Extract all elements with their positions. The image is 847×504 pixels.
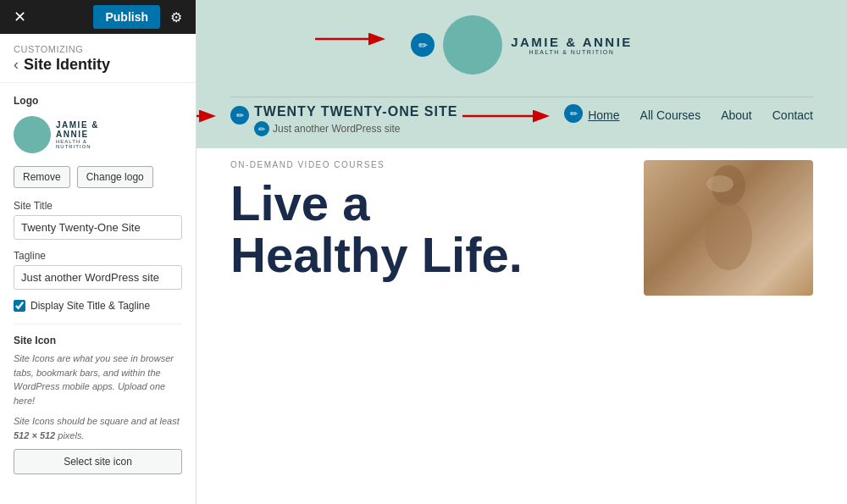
panel-title: Site Identity <box>24 56 110 74</box>
logo-section-label: Logo <box>14 95 182 107</box>
tagline-edit-pencil[interactable]: ✏ <box>254 121 269 136</box>
customizer-panel: ✕ Publish ⚙ Customizing ‹ Site Identity … <box>0 0 197 504</box>
customizer-topbar: ✕ Publish ⚙ <box>0 0 196 34</box>
logo-text-preview: JAMIE & ANNIE HEALTH & NUTRITION <box>56 120 115 149</box>
logo-buttons: Remove Change logo <box>14 166 182 188</box>
site-title-edit-pencil[interactable]: ✏ <box>230 106 249 125</box>
site-tagline-preview: ✏ Just another WordPress site <box>254 121 457 136</box>
tagline-field-group: Tagline <box>14 250 182 290</box>
site-title-nav-row: ✏ TWENTY TWENTY-ONE SITE ✏ Just another … <box>230 104 813 140</box>
red-arrow-title-svg <box>197 108 222 125</box>
logo-circle-preview <box>14 116 51 153</box>
logo-brand-sub: HEALTH & NUTRITION <box>56 139 115 149</box>
divider <box>14 324 182 324</box>
tagline-label: Tagline <box>14 250 182 262</box>
hero-image-placeholder <box>644 160 813 296</box>
panel-header: Customizing ‹ Site Identity <box>0 34 196 83</box>
nav-area: ✏ Home All Courses About Contact <box>564 104 813 123</box>
arrow-annotation-logo <box>315 30 391 47</box>
hero-image <box>644 160 813 296</box>
site-logo-area: ✏ JAMIE & ANNIE HEALTH & NUTRITION <box>411 15 633 75</box>
tagline-input[interactable] <box>14 265 182 290</box>
nav-edit-pencil[interactable]: ✏ <box>564 104 583 123</box>
site-logo-text: JAMIE & ANNIE HEALTH & NUTRITION <box>511 35 633 55</box>
content-banner: ON-DEMAND VIDEO COURSES Live a Healthy L… <box>197 148 847 504</box>
site-icon-section: Site Icon Site Icons are what you see in… <box>14 335 182 474</box>
hero-line1: Live a <box>230 178 627 230</box>
site-icon-desc1: Site Icons are what you see in browser t… <box>14 352 182 407</box>
header-divider <box>230 97 813 97</box>
site-logo-circle <box>443 15 502 75</box>
select-site-icon-button[interactable]: Select site icon <box>14 449 182 474</box>
close-button[interactable]: ✕ <box>8 6 31 28</box>
site-title-field-group: Site Title <box>14 200 182 240</box>
nav-contact[interactable]: Contact <box>772 108 813 122</box>
remove-logo-button[interactable]: Remove <box>14 166 70 188</box>
customizing-label: Customizing <box>14 44 182 54</box>
display-title-checkbox-row: Display Site Title & Tagline <box>14 300 182 312</box>
publish-button[interactable]: Publish <box>93 5 160 29</box>
site-navigation: Home All Courses About Contact <box>588 105 813 122</box>
on-demand-label: ON-DEMAND VIDEO COURSES <box>230 160 627 169</box>
site-title-input[interactable] <box>14 215 182 240</box>
hero-line2: Healthy Life. <box>230 230 627 281</box>
arrow-annotation-title <box>197 108 222 125</box>
svg-point-4 <box>705 202 752 270</box>
hero-headline: Live a Healthy Life. <box>230 178 627 281</box>
tagline-text: Just another WordPress site <box>273 123 401 135</box>
hero-image-svg <box>678 160 779 296</box>
display-title-checkbox-label: Display Site Title & Tagline <box>30 300 150 312</box>
panel-body: Logo JAMIE & ANNIE HEALTH & NUTRITION Re… <box>0 83 196 504</box>
red-arrow-nav-svg <box>462 108 556 125</box>
site-title-group: ✏ TWENTY TWENTY-ONE SITE ✏ Just another … <box>230 104 457 136</box>
display-title-checkbox[interactable] <box>14 300 25 312</box>
site-icon-section-label: Site Icon <box>14 335 182 346</box>
site-brand-sub: HEALTH & NUTRITION <box>511 49 633 55</box>
nav-home[interactable]: Home <box>588 108 619 122</box>
site-title-label: Site Title <box>14 200 182 212</box>
site-header: ✏ JAMIE & ANNIE HEALTH & NUTRITION <box>197 0 847 148</box>
change-logo-button[interactable]: Change logo <box>77 166 153 188</box>
logo-preview: JAMIE & ANNIE HEALTH & NUTRITION <box>14 114 182 156</box>
site-brand-name: JAMIE & ANNIE <box>511 35 633 49</box>
settings-gear-button[interactable]: ⚙ <box>165 8 187 27</box>
back-button[interactable]: ‹ <box>14 56 19 74</box>
red-arrow-logo-svg <box>315 30 391 47</box>
site-icon-desc2: Site Icons should be square and at least… <box>14 414 182 442</box>
svg-point-5 <box>706 175 734 192</box>
logo-edit-pencil[interactable]: ✏ <box>411 33 435 57</box>
site-content: ON-DEMAND VIDEO COURSES Live a Healthy L… <box>197 148 847 504</box>
arrow-annotation-nav <box>462 108 556 125</box>
site-title-tagline-group: TWENTY TWENTY-ONE SITE ✏ Just another Wo… <box>254 104 457 136</box>
site-title-preview: TWENTY TWENTY-ONE SITE <box>254 104 457 119</box>
site-preview: ✏ JAMIE & ANNIE HEALTH & NUTRITION <box>197 0 847 504</box>
content-text-column: ON-DEMAND VIDEO COURSES Live a Healthy L… <box>230 160 644 281</box>
nav-all-courses[interactable]: All Courses <box>640 108 701 122</box>
logo-brand-name: JAMIE & ANNIE <box>56 120 115 139</box>
nav-about[interactable]: About <box>721 108 752 122</box>
